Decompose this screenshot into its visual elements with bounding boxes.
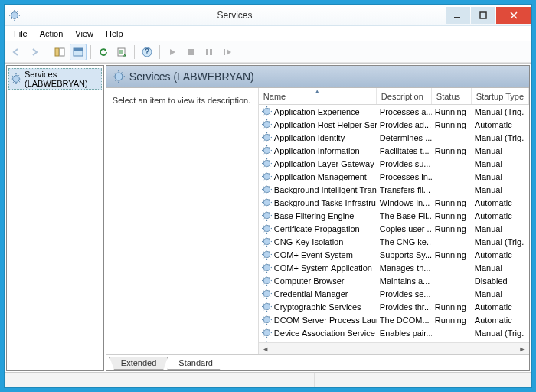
service-name: Application Identity (274, 133, 345, 142)
svg-rect-13 (224, 49, 225, 55)
svg-rect-2 (480, 12, 486, 18)
tree-root-item[interactable]: Services (LABWEBRYAN) (8, 68, 102, 90)
col-header-name[interactable]: ▲Name (259, 88, 377, 104)
horizontal-scrollbar[interactable]: ◄ ► (259, 342, 529, 354)
service-description: The CNG ke... (377, 237, 432, 247)
menu-help[interactable]: Help (100, 28, 129, 40)
service-name: Base Filtering Engine (274, 211, 355, 220)
service-icon (262, 185, 272, 194)
app-icon (9, 10, 20, 21)
service-status: Running (432, 315, 472, 325)
tab-extended[interactable]: Extended (109, 357, 168, 370)
svg-rect-3 (55, 48, 59, 56)
service-description: Provides se... (377, 289, 432, 299)
service-icon (262, 289, 272, 299)
restart-service-button[interactable] (219, 44, 236, 60)
service-name: Application Layer Gateway ... (274, 159, 377, 168)
refresh-button[interactable] (95, 44, 112, 60)
service-startup-type: Automatic (472, 315, 529, 325)
stop-service-button[interactable] (182, 44, 199, 60)
service-description: Manages th... (377, 263, 432, 273)
service-icon (262, 224, 272, 234)
col-header-status[interactable]: Status (432, 88, 472, 104)
service-status: Running (432, 211, 472, 220)
col-header-description[interactable]: Description (377, 88, 432, 104)
service-row[interactable]: Credential ManagerProvides se...Manual (259, 287, 529, 300)
service-description: Provides su... (377, 159, 432, 168)
service-row[interactable]: Application ManagementProcesses in...Man… (259, 170, 529, 183)
service-row[interactable]: COM+ Event SystemSupports Sy...RunningAu… (259, 248, 529, 261)
service-status: Running (432, 146, 472, 155)
service-row[interactable]: Application IdentityDetermines ...Manual… (259, 131, 529, 144)
start-service-button[interactable] (164, 44, 181, 60)
service-name: Background Intelligent Tran... (274, 185, 377, 194)
menu-view[interactable]: View (69, 28, 100, 40)
window-title: Services (25, 10, 445, 21)
nav-back-button[interactable] (8, 44, 25, 60)
service-row[interactable]: Application InformationFacilitates t...R… (259, 144, 529, 157)
svg-rect-6 (74, 48, 83, 51)
scroll-left-icon[interactable]: ◄ (260, 344, 271, 354)
svg-rect-1 (454, 17, 460, 18)
service-startup-type: Manual (472, 263, 529, 273)
minimize-button[interactable] (446, 7, 470, 24)
statusbar (5, 372, 531, 387)
export-list-button[interactable] (113, 44, 130, 60)
properties-button[interactable] (70, 44, 87, 60)
service-icon (262, 145, 272, 155)
service-row[interactable]: Cryptographic ServicesProvides thr...Run… (259, 300, 529, 313)
help-button[interactable]: ? (139, 44, 155, 60)
service-description: Processes in... (377, 172, 432, 181)
service-icon (262, 172, 272, 181)
service-status: Running (432, 198, 472, 207)
menu-action[interactable]: Action (34, 28, 70, 40)
service-row[interactable]: Application ExperienceProcesses a...Runn… (259, 105, 529, 118)
scroll-right-icon[interactable]: ► (517, 344, 528, 354)
col-header-startup-type[interactable]: Startup Type (472, 88, 529, 104)
toolbar: ? (5, 41, 531, 63)
service-icon (262, 276, 272, 286)
console-tree[interactable]: Services (LABWEBRYAN) (6, 65, 104, 371)
pane-header: Services (LABWEBRYAN) (106, 66, 529, 87)
services-window: Services File Action View Help ? (4, 4, 532, 388)
service-startup-type: Manual (472, 185, 529, 194)
service-row[interactable]: Device Association ServiceEnables pair..… (259, 326, 529, 339)
services-icon (113, 70, 125, 83)
service-row[interactable]: DCOM Server Process Laun...The DCOM...Ru… (259, 313, 529, 326)
service-name: DCOM Server Process Laun... (274, 315, 377, 325)
service-name: Certificate Propagation (274, 224, 360, 234)
service-description: Copies user ... (377, 224, 432, 234)
show-hide-tree-button[interactable] (51, 44, 68, 60)
service-description: Transfers fil... (377, 185, 432, 194)
close-button[interactable] (496, 7, 531, 24)
svg-rect-4 (60, 48, 64, 56)
svg-rect-11 (206, 49, 208, 55)
menu-file[interactable]: File (8, 28, 34, 40)
service-row[interactable]: CNG Key IsolationThe CNG ke...Manual (Tr… (259, 235, 529, 248)
service-row[interactable]: Application Host Helper Ser...Provides a… (259, 118, 529, 131)
service-row[interactable]: Background Intelligent Tran...Transfers … (259, 183, 529, 196)
tree-root-label: Services (LABWEBRYAN) (25, 70, 100, 88)
service-status: Running (432, 302, 472, 312)
service-row[interactable]: Base Filtering EngineThe Base Fil...Runn… (259, 209, 529, 222)
service-row[interactable]: Application Layer Gateway ...Provides su… (259, 157, 529, 170)
service-row[interactable]: Background Tasks Infrastru...Windows in.… (259, 196, 529, 209)
service-description: Facilitates t... (377, 146, 432, 155)
pause-service-button[interactable] (201, 44, 217, 60)
nav-forward-button[interactable] (26, 44, 43, 60)
service-name: Application Experience (274, 107, 360, 116)
service-row[interactable]: Computer BrowserMaintains a...Disabled (259, 274, 529, 287)
service-row[interactable]: COM+ System ApplicationManages th...Manu… (259, 261, 529, 274)
services-grid-body[interactable]: Application ExperienceProcesses a...Runn… (259, 105, 529, 342)
view-tabs: Extended Standard (106, 354, 529, 370)
tab-standard[interactable]: Standard (167, 357, 224, 370)
maximize-button[interactable] (471, 7, 495, 24)
service-startup-type: Manual (472, 146, 529, 155)
service-row[interactable]: Certificate PropagationCopies user ...Ru… (259, 222, 529, 235)
service-status: Running (432, 107, 472, 116)
titlebar[interactable]: Services (5, 5, 531, 26)
service-startup-type: Automatic (472, 250, 529, 260)
service-startup-type: Manual (Trig. (472, 328, 529, 338)
services-icon (11, 74, 21, 84)
svg-text:?: ? (145, 47, 150, 56)
